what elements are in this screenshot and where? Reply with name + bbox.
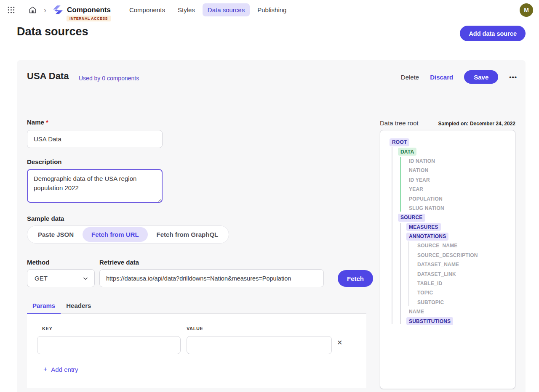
- required-asterisk: *: [46, 119, 48, 126]
- name-label: Name *: [27, 119, 48, 126]
- nav-tab-data-sources[interactable]: Data sources: [203, 3, 250, 16]
- tree-node-id-nation[interactable]: ID NATION: [380, 156, 515, 166]
- used-by-link[interactable]: Used by 0 components: [79, 75, 139, 82]
- param-value-input[interactable]: [187, 336, 332, 354]
- internal-access-badge: INTERNAL ACCESS: [67, 16, 111, 21]
- nav-tabs: Components Styles Data sources Publishin…: [124, 3, 292, 16]
- tree-node-label: DATA: [398, 148, 416, 156]
- method-select[interactable]: GET: [27, 269, 95, 287]
- value-column-header: VALUE: [187, 326, 203, 331]
- data-tree: ROOTDATAID NATIONNATIONID YEARYEARPOPULA…: [380, 138, 515, 389]
- app-screen: › Components INTERNAL ACCESS Components …: [0, 0, 539, 392]
- breadcrumb: Components INTERNAL ACCESS: [52, 4, 111, 16]
- tree-node-annotations[interactable]: ANNOTATIONS: [380, 232, 515, 241]
- sample-data-tabs: Paste JSON Fetch from URL Fetch from Gra…: [27, 225, 229, 244]
- retrieve-data-label: Retrieve data: [99, 259, 139, 266]
- tree-node-label: DATASET_NAME: [415, 261, 462, 269]
- tree-node-nation[interactable]: NATION: [380, 166, 515, 175]
- user-avatar[interactable]: M: [520, 3, 533, 17]
- tab-fetch-from-graphql[interactable]: Fetch from GraphQL: [148, 227, 227, 242]
- data-tree-root-label: Data tree root: [380, 119, 419, 127]
- tree-node-subtopic[interactable]: SUBTOPIC: [380, 298, 515, 307]
- tree-node-label: SOURCE_NAME: [415, 242, 460, 250]
- add-entry-button[interactable]: + Add entry: [43, 366, 78, 373]
- key-column-header: KEY: [42, 326, 52, 331]
- discard-button[interactable]: Discard: [430, 74, 453, 81]
- more-options-button[interactable]: •••: [509, 74, 517, 81]
- tree-node-label: DATASET_LINK: [415, 270, 459, 278]
- tree-node-label: SUBTOPIC: [415, 298, 446, 306]
- tree-node-name[interactable]: NAME: [380, 307, 515, 316]
- apps-grid-icon[interactable]: [6, 5, 16, 15]
- tab-headers[interactable]: Headers: [61, 297, 96, 314]
- tree-node-label: NAME: [406, 308, 427, 316]
- tree-node-label: SOURCE: [398, 214, 425, 222]
- sample-data-label: Sample data: [27, 215, 64, 222]
- nav-tab-components[interactable]: Components: [124, 3, 170, 16]
- tree-node-root[interactable]: ROOT: [380, 138, 515, 147]
- remove-entry-icon[interactable]: ✕: [337, 339, 342, 347]
- data-tree-panel: ROOTDATAID NATIONNATIONID YEARYEARPOPULA…: [380, 130, 515, 389]
- breadcrumb-chevron-icon: ›: [43, 6, 47, 14]
- project-title[interactable]: Components: [67, 6, 111, 14]
- tree-node-source[interactable]: SOURCE: [380, 213, 515, 222]
- tree-node-label: NATION: [406, 167, 431, 175]
- request-config-tabs: Params Headers: [27, 297, 366, 314]
- card-actions: Delete Discard Save •••: [401, 70, 517, 84]
- param-key-input[interactable]: [37, 336, 181, 354]
- top-navbar: › Components INTERNAL ACCESS Components …: [0, 0, 539, 20]
- tree-node-dataset-link[interactable]: DATASET_LINK: [380, 269, 515, 278]
- tree-node-label: SOURCE_DESCRIPTION: [415, 251, 480, 259]
- tree-node-label: SLUG NATION: [406, 204, 447, 212]
- fetch-button[interactable]: Fetch: [338, 270, 373, 287]
- tree-node-slug-nation[interactable]: SLUG NATION: [380, 204, 515, 213]
- tree-node-population[interactable]: POPULATION: [380, 194, 515, 203]
- tab-fetch-from-url[interactable]: Fetch from URL: [83, 227, 148, 242]
- params-panel: KEY VALUE ✕ + Add entry: [27, 314, 366, 388]
- tree-node-label: YEAR: [406, 185, 426, 193]
- sampled-on-label: Sampled on: December 24, 2022: [438, 121, 515, 127]
- home-icon[interactable]: [27, 4, 39, 16]
- data-source-card: USA Data Used by 0 components Delete Dis…: [17, 60, 526, 392]
- tree-node-label: SUBSTITUTIONS: [406, 317, 453, 325]
- method-value: GET: [35, 275, 48, 282]
- chevron-down-icon: [83, 275, 88, 281]
- tree-node-dataset-name[interactable]: DATASET_NAME: [380, 260, 515, 269]
- tree-node-source-name[interactable]: SOURCE_NAME: [380, 241, 515, 250]
- save-button[interactable]: Save: [464, 70, 498, 84]
- method-label: Method: [27, 259, 49, 266]
- description-textarea[interactable]: Demographic data of the USA region popul…: [27, 169, 163, 203]
- tree-node-topic[interactable]: TOPIC: [380, 288, 515, 297]
- tree-node-table-id[interactable]: TABLE_ID: [380, 279, 515, 288]
- tab-params[interactable]: Params: [27, 297, 61, 314]
- description-label: Description: [27, 158, 62, 165]
- tree-node-label: ID NATION: [406, 157, 438, 165]
- delete-button[interactable]: Delete: [401, 74, 419, 81]
- tree-node-measures[interactable]: MEASURES: [380, 222, 515, 232]
- page-title: Data sources: [17, 25, 88, 38]
- tree-node-label: POPULATION: [406, 195, 445, 203]
- tab-paste-json[interactable]: Paste JSON: [29, 227, 83, 242]
- tree-node-label: TOPIC: [415, 289, 435, 297]
- plus-icon: +: [43, 366, 47, 373]
- tree-node-label: ROOT: [390, 138, 409, 146]
- tree-node-label: MEASURES: [406, 223, 441, 231]
- nav-tab-styles[interactable]: Styles: [173, 3, 200, 16]
- data-source-name-heading: USA Data: [27, 71, 69, 82]
- brand-logo-icon: [52, 4, 64, 16]
- tree-node-label: ID YEAR: [406, 176, 432, 184]
- name-input[interactable]: [27, 130, 163, 148]
- tree-node-label: TABLE_ID: [415, 280, 445, 288]
- tree-node-label: ANNOTATIONS: [406, 233, 448, 241]
- retrieve-url-input[interactable]: [99, 269, 324, 287]
- tree-node-id-year[interactable]: ID YEAR: [380, 175, 515, 185]
- tree-node-data[interactable]: DATA: [380, 147, 515, 156]
- nav-tab-publishing[interactable]: Publishing: [252, 3, 291, 16]
- add-data-source-button[interactable]: Add data source: [460, 26, 526, 41]
- tree-node-source-description[interactable]: SOURCE_DESCRIPTION: [380, 251, 515, 260]
- tree-node-substitutions[interactable]: SUBSTITUTIONS: [380, 316, 515, 326]
- tree-node-year[interactable]: YEAR: [380, 185, 515, 194]
